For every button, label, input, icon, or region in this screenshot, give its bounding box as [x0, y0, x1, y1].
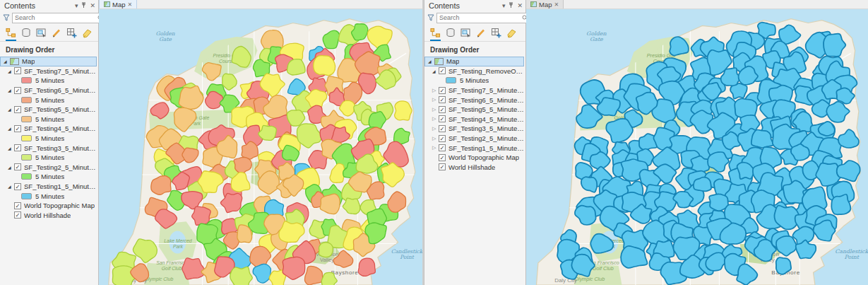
list-by-data-source-tab[interactable]: [446, 28, 456, 41]
contents-panel-right: Contents ▾ ✕ ▾: [424, 0, 526, 285]
layer-row[interactable]: ▷✓SF_Testing4_5_MinuteWalk: [424, 115, 524, 124]
layer-row[interactable]: ✓World Topographic Map: [424, 153, 524, 163]
list-by-drawing-order-tab[interactable]: [430, 28, 441, 41]
list-by-editing-tab[interactable]: [476, 28, 486, 41]
layer-row[interactable]: ◢✓SF_Testing_RemoveOverlapMultiple: [424, 66, 524, 76]
expander-icon[interactable]: ◢: [4, 59, 10, 64]
map-canvas-left[interactable]: GoldenGatePresidio GolfCourseGolden Gate…: [99, 9, 422, 285]
layer-checkbox[interactable]: ✓: [439, 115, 446, 122]
filter-icon[interactable]: [3, 11, 10, 24]
layer-row[interactable]: ✓World Hillshade: [424, 163, 524, 173]
expander-icon[interactable]: ◢: [8, 184, 14, 189]
pin-icon[interactable]: [509, 2, 513, 10]
legend-row[interactable]: 5 Minutes: [0, 172, 97, 182]
list-by-snapping-tab[interactable]: [66, 28, 77, 41]
expander-icon[interactable]: ▷: [432, 107, 439, 112]
layer-row[interactable]: ✓World Hillshade: [0, 211, 97, 221]
layer-row[interactable]: ▷✓SF_Testing3_5_MinuteWalk: [424, 124, 524, 134]
expander-icon[interactable]: ▷: [432, 116, 439, 122]
layer-checkbox[interactable]: ✓: [439, 87, 446, 94]
layer-row[interactable]: ▷✓SF_Testing7_5_MinuteWalk: [424, 86, 524, 95]
list-by-selection-tab[interactable]: [460, 28, 471, 41]
close-icon[interactable]: ✕: [90, 3, 95, 9]
layer-row[interactable]: ◢✓SF_Testing2_5_MinuteWalk: [0, 163, 97, 173]
expander-icon[interactable]: ◢: [432, 69, 439, 74]
expander-icon[interactable]: ◢: [8, 146, 14, 151]
map-tab[interactable]: Map ✕: [526, 0, 564, 8]
list-by-drawing-order-tab[interactable]: [6, 28, 16, 41]
expander-icon[interactable]: ◢: [8, 69, 14, 74]
layer-row[interactable]: ▷✓SF_Testing5_5_MinuteWalk: [424, 105, 524, 115]
layer-row[interactable]: ◢✓SF_Testing3_5_MinuteWalk: [0, 143, 97, 153]
search-input[interactable]: [439, 14, 522, 21]
expander-icon[interactable]: ▷: [432, 145, 439, 151]
legend-row[interactable]: 5 Minutes: [0, 76, 97, 86]
expander-icon[interactable]: ◢: [8, 107, 14, 112]
panel-header: Contents ▾ ✕: [424, 0, 525, 11]
expander-icon[interactable]: ▷: [432, 136, 439, 141]
tab-close-icon[interactable]: ✕: [554, 1, 559, 8]
layer-row[interactable]: ▷✓SF_Testing2_5_MinuteWalk: [424, 134, 524, 144]
legend-swatch: [21, 77, 32, 83]
expander-icon[interactable]: ◢: [8, 88, 14, 93]
list-by-snapping-tab[interactable]: [491, 28, 501, 41]
layer-row[interactable]: ◢✓SF_Testing7_5_MinuteWalk: [0, 66, 97, 76]
layer-checkbox[interactable]: ✓: [14, 87, 21, 94]
legend-swatch: [21, 135, 32, 141]
layer-checkbox[interactable]: ✓: [439, 67, 446, 74]
expander-icon[interactable]: ◢: [8, 165, 14, 170]
layer-row-map[interactable]: ◢Map: [0, 57, 97, 66]
map-label: Bayshore: [331, 269, 359, 276]
close-icon[interactable]: ✕: [517, 3, 523, 9]
list-by-labeling-tab[interactable]: [82, 28, 93, 41]
layer-row[interactable]: ▷✓SF_Testing6_5_MinuteWalk: [424, 95, 524, 105]
layer-row[interactable]: ◢✓SF_Testing4_5_MinuteWalk: [0, 124, 97, 134]
expander-icon[interactable]: ◢: [8, 126, 14, 131]
list-by-editing-tab[interactable]: [52, 28, 61, 41]
list-by-selection-tab[interactable]: [36, 28, 47, 41]
legend-row[interactable]: 5 Minutes: [0, 153, 97, 163]
legend-row[interactable]: 5 Minutes: [0, 115, 97, 124]
tab-close-icon[interactable]: ✕: [127, 1, 132, 8]
filter-icon[interactable]: [427, 11, 434, 24]
expander-icon[interactable]: ▷: [432, 97, 439, 103]
layer-checkbox[interactable]: ✓: [14, 67, 21, 74]
layer-checkbox[interactable]: ✓: [439, 154, 446, 161]
layer-checkbox[interactable]: ✓: [14, 106, 21, 113]
layer-row[interactable]: ◢✓SF_Testing5_5_MinuteWalk: [0, 105, 97, 115]
map-tab[interactable]: Map ✕: [99, 0, 137, 8]
map-canvas-right[interactable]: GoldenGatePresidio GolfCourseGolden Gate…: [526, 9, 868, 285]
layer-checkbox[interactable]: ✓: [14, 211, 21, 219]
layer-checkbox[interactable]: ✓: [439, 135, 446, 142]
pin-icon[interactable]: [81, 2, 86, 10]
legend-swatch: [21, 116, 32, 122]
layer-row[interactable]: ◢✓SF_Testing6_5_MinuteWalk: [0, 86, 97, 95]
legend-row[interactable]: 5 Minutes: [0, 95, 97, 105]
layer-row[interactable]: ▷✓SF_Testing1_5_MinuteWalk: [424, 143, 524, 153]
layer-checkbox[interactable]: ✓: [14, 163, 21, 170]
layer-checkbox[interactable]: ✓: [439, 144, 446, 151]
legend-row[interactable]: 5 Minutes: [0, 134, 97, 144]
legend-row[interactable]: 5 Minutes: [424, 76, 524, 86]
layer-checkbox[interactable]: ✓: [439, 125, 446, 132]
layer-checkbox[interactable]: ✓: [439, 163, 446, 170]
panel-menu-button[interactable]: ▾: [502, 3, 506, 9]
layer-checkbox[interactable]: ✓: [439, 106, 446, 113]
layer-row[interactable]: ◢✓SF_Testing1_5_MinuteWalk: [0, 182, 97, 192]
expander-icon[interactable]: ◢: [428, 59, 434, 64]
layer-checkbox[interactable]: ✓: [14, 144, 21, 151]
list-by-labeling-tab[interactable]: [506, 28, 517, 41]
layer-checkbox[interactable]: ✓: [14, 202, 21, 209]
panel-header: Contents ▾ ✕: [0, 0, 98, 11]
expander-icon[interactable]: ▷: [432, 88, 439, 93]
panel-menu-button[interactable]: ▾: [75, 3, 78, 9]
layer-row[interactable]: ✓World Topographic Map: [0, 201, 97, 211]
legend-row[interactable]: 5 Minutes: [0, 191, 97, 201]
layer-row-map[interactable]: ◢Map: [424, 57, 524, 66]
layer-checkbox[interactable]: ✓: [439, 96, 446, 103]
search-input[interactable]: [15, 14, 97, 21]
layer-checkbox[interactable]: ✓: [14, 125, 21, 132]
expander-icon[interactable]: ▷: [432, 126, 439, 132]
layer-checkbox[interactable]: ✓: [14, 183, 21, 190]
list-by-data-source-tab[interactable]: [21, 28, 31, 41]
